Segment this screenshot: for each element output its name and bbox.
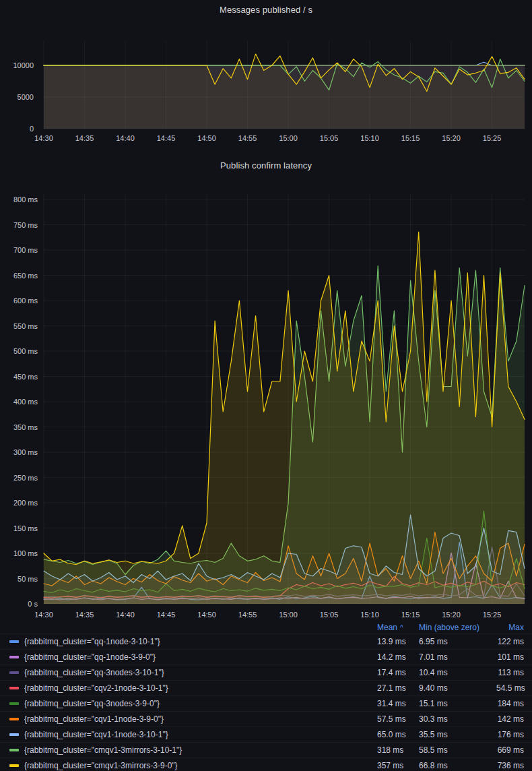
panel-title-messages-published[interactable]: Messages published / s bbox=[0, 5, 532, 16]
y-tick-label: 750 ms bbox=[13, 221, 38, 229]
legend-series-label: {rabbitmq_cluster="cqv2-1node-3-10-1"} bbox=[24, 683, 377, 693]
legend-row[interactable]: {rabbitmq_cluster="cqv2-1node-3-10-1"}27… bbox=[0, 680, 532, 696]
x-tick-label: 14:45 bbox=[157, 611, 176, 619]
panel-messages-published: Messages published / s 050001000014:3014… bbox=[0, 0, 532, 154]
y-tick-label: 0 s bbox=[28, 600, 38, 608]
legend-min-value: 30.3 ms bbox=[419, 714, 496, 724]
legend-row[interactable]: {rabbitmq_cluster="qq-3nodes-3-9-0"}31.4… bbox=[0, 696, 532, 711]
sort-asc-icon: ^ bbox=[400, 624, 403, 631]
x-tick-label: 15:05 bbox=[320, 611, 339, 619]
series-color-swatch bbox=[9, 656, 19, 658]
legend-row[interactable]: {rabbitmq_cluster="qq-1node-3-9-0"}14.2 … bbox=[0, 649, 532, 665]
series-color-swatch bbox=[9, 764, 19, 767]
legend-min-value: 6.95 ms bbox=[419, 637, 496, 646]
series-color-swatch bbox=[9, 733, 19, 736]
legend-min-value: 58.5 ms bbox=[419, 745, 496, 755]
legend-rows: {rabbitmq_cluster="qq-1node-3-10-1"}13.9… bbox=[0, 634, 532, 771]
legend-row[interactable]: {rabbitmq_cluster="cqv1-1node-3-9-0"}57.… bbox=[0, 711, 532, 727]
legend-min-value: 35.5 ms bbox=[419, 730, 496, 739]
x-tick-label: 14:50 bbox=[197, 134, 216, 142]
x-tick-label: 14:30 bbox=[34, 134, 53, 142]
publish-confirm-latency-chart[interactable]: 0 s50 ms100 ms150 ms200 ms250 ms300 ms35… bbox=[0, 174, 532, 621]
legend-max-value: 142 ms bbox=[496, 714, 532, 724]
y-tick-label: 800 ms bbox=[13, 195, 38, 204]
legend-mean-value: 17.4 ms bbox=[377, 668, 419, 677]
legend-mean-value: 13.9 ms bbox=[377, 637, 419, 646]
legend-header-max[interactable]: Max bbox=[496, 623, 532, 632]
x-tick-label: 14:40 bbox=[116, 611, 135, 619]
y-tick-label: 300 ms bbox=[13, 448, 38, 456]
x-tick-label: 15:15 bbox=[401, 134, 420, 142]
legend-mean-value: 57.5 ms bbox=[377, 714, 419, 724]
series-area-9 bbox=[44, 232, 525, 604]
x-tick-label: 15:20 bbox=[442, 611, 461, 619]
legend-header-min[interactable]: Min (above zero) bbox=[419, 623, 496, 632]
y-tick-label: 450 ms bbox=[13, 373, 38, 381]
legend-max-value: 669 ms bbox=[496, 745, 532, 755]
legend-row[interactable]: {rabbitmq_cluster="cmqv1-3mirrors-3-10-1… bbox=[0, 742, 532, 758]
x-tick-label: 14:55 bbox=[238, 134, 257, 142]
panel-publish-confirm-latency: Publish confirm latency 0 s50 ms100 ms15… bbox=[0, 160, 532, 771]
series-color-swatch bbox=[9, 640, 19, 643]
y-tick-label: 0 bbox=[30, 125, 34, 133]
series-color-swatch bbox=[9, 702, 19, 705]
legend-series-label: {rabbitmq_cluster="cmqv1-3mirrors-3-9-0"… bbox=[24, 761, 377, 770]
series-color-swatch bbox=[9, 671, 19, 674]
legend-max-value: 736 ms bbox=[496, 761, 532, 770]
x-tick-label: 14:40 bbox=[116, 134, 135, 142]
legend-row[interactable]: {rabbitmq_cluster="cqv1-1node-3-10-1"}65… bbox=[0, 727, 532, 742]
y-tick-label: 350 ms bbox=[13, 423, 38, 431]
y-tick-label: 600 ms bbox=[13, 297, 38, 305]
x-tick-label: 15:25 bbox=[483, 611, 502, 619]
legend-mean-value: 65.0 ms bbox=[377, 730, 419, 739]
y-tick-label: 5000 bbox=[18, 93, 34, 101]
legend-mean-value: 357 ms bbox=[377, 761, 419, 770]
y-tick-label: 50 ms bbox=[18, 575, 38, 583]
legend-series-label: {rabbitmq_cluster="qq-3nodes-3-9-0"} bbox=[24, 699, 377, 708]
legend-min-value: 10.4 ms bbox=[419, 668, 496, 677]
legend-row[interactable]: {rabbitmq_cluster="cmqv1-3mirrors-3-9-0"… bbox=[0, 758, 532, 771]
legend-row[interactable]: {rabbitmq_cluster="qq-3nodes-3-10-1"}17.… bbox=[0, 665, 532, 680]
legend-header-mean-label: Mean bbox=[377, 623, 397, 632]
x-tick-label: 15:25 bbox=[483, 134, 502, 142]
legend-min-value: 7.01 ms bbox=[419, 652, 496, 662]
series-color-swatch bbox=[9, 718, 19, 720]
legend-mean-value: 318 ms bbox=[377, 745, 419, 755]
legend-series-label: {rabbitmq_cluster="qq-3nodes-3-10-1"} bbox=[24, 668, 377, 677]
y-tick-label: 250 ms bbox=[13, 474, 38, 482]
y-tick-label: 700 ms bbox=[13, 246, 38, 254]
y-tick-label: 500 ms bbox=[13, 347, 38, 355]
panel-title-publish-confirm-latency[interactable]: Publish confirm latency bbox=[0, 160, 532, 171]
legend-series-label: {rabbitmq_cluster="qq-1node-3-9-0"} bbox=[24, 652, 377, 662]
series-color-swatch bbox=[9, 687, 19, 689]
legend-max-value: 54.5 ms bbox=[496, 683, 532, 693]
x-tick-label: 15:15 bbox=[401, 611, 420, 619]
y-tick-label: 550 ms bbox=[13, 322, 38, 330]
x-tick-label: 14:30 bbox=[34, 611, 53, 619]
x-tick-label: 15:10 bbox=[360, 611, 379, 619]
y-tick-label: 10000 bbox=[13, 61, 34, 69]
x-tick-label: 15:00 bbox=[279, 611, 298, 619]
x-tick-label: 14:35 bbox=[75, 611, 94, 619]
legend-header-mean[interactable]: Mean^ bbox=[377, 623, 419, 632]
x-tick-label: 15:20 bbox=[442, 134, 461, 142]
legend-max-value: 122 ms bbox=[496, 637, 532, 646]
legend-max-value: 176 ms bbox=[496, 730, 532, 739]
legend-table: Mean^ Min (above zero) Max {rabbitmq_clu… bbox=[0, 621, 532, 771]
legend-series-label: {rabbitmq_cluster="cqv1-1node-3-10-1"} bbox=[24, 730, 377, 739]
legend-row[interactable]: {rabbitmq_cluster="qq-1node-3-10-1"}13.9… bbox=[0, 634, 532, 649]
messages-published-chart[interactable]: 050001000014:3014:3514:4014:4514:5014:55… bbox=[0, 20, 532, 154]
y-tick-label: 400 ms bbox=[13, 398, 38, 406]
legend-max-value: 101 ms bbox=[496, 652, 532, 662]
x-tick-label: 14:50 bbox=[197, 611, 216, 619]
legend-max-value: 184 ms bbox=[496, 699, 532, 708]
legend-min-value: 9.40 ms bbox=[419, 683, 496, 693]
legend-min-value: 66.8 ms bbox=[419, 761, 496, 770]
y-tick-label: 100 ms bbox=[13, 549, 38, 557]
legend-mean-value: 31.4 ms bbox=[377, 699, 419, 708]
legend-series-label: {rabbitmq_cluster="cqv1-1node-3-9-0"} bbox=[24, 714, 377, 724]
x-tick-label: 14:55 bbox=[238, 611, 257, 619]
y-tick-label: 150 ms bbox=[13, 524, 38, 532]
x-tick-label: 15:10 bbox=[360, 134, 379, 142]
grafana-dashboard: Messages published / s 050001000014:3014… bbox=[0, 0, 532, 771]
